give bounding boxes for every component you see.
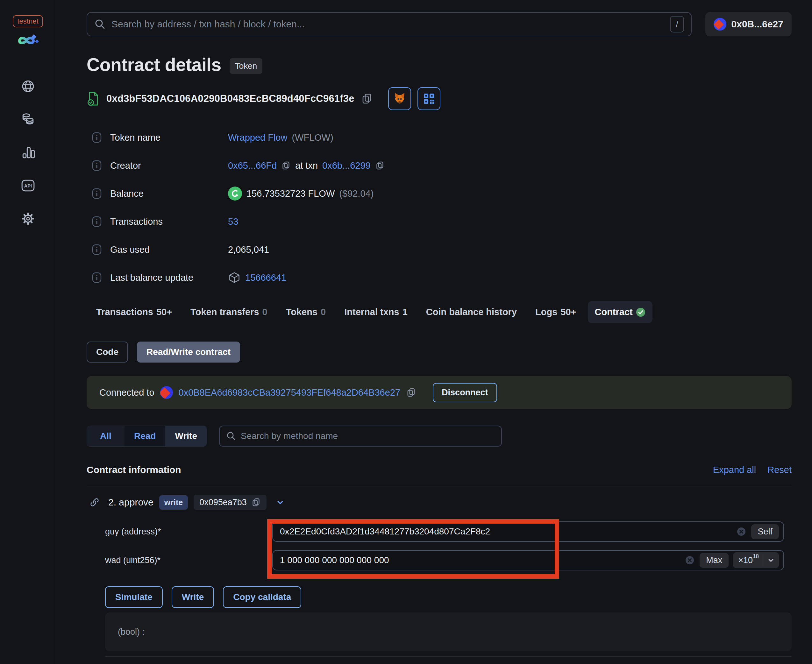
qr-code-button[interactable] <box>417 87 440 110</box>
copy-calldata-button[interactable]: Copy calldata <box>223 586 301 608</box>
sidebar-nav: API <box>21 79 35 244</box>
connected-to-text: Connected to <box>99 387 155 398</box>
gear-icon[interactable] <box>21 212 35 226</box>
contract-subtabs: Code Read/Write contract <box>86 342 792 363</box>
tab-token-transfers[interactable]: Token transfers0 <box>183 301 274 323</box>
coins-icon[interactable] <box>21 112 35 127</box>
title-row: Contract details Token <box>86 54 792 75</box>
creation-txn-link[interactable]: 0x6b...6299 <box>322 160 371 171</box>
gas-used-label: Gas used <box>110 244 228 255</box>
reset-link[interactable]: Reset <box>767 465 792 475</box>
wallet-button[interactable]: 0x0B...6e27 <box>705 12 792 36</box>
method-selector-badge: 0x095ea7b3 <box>194 495 267 510</box>
connected-address-link[interactable]: 0x0B8EA6d6983cCBa39275493FEf648a2D64B36e… <box>179 387 401 398</box>
keyboard-shortcut-hint: / <box>670 16 684 33</box>
info-row-creator: Creator 0x65...66Fd at txn 0x6b...6299 <box>86 158 792 173</box>
chevron-down-icon[interactable] <box>767 556 775 565</box>
method-filter-row: All Read Write <box>86 426 792 447</box>
token-symbol: (WFLOW) <box>292 132 333 143</box>
add-to-metamask-button[interactable] <box>388 87 411 110</box>
tab-internal-txns[interactable]: Internal txns1 <box>337 301 414 323</box>
method-type-segmented-control: All Read Write <box>86 426 207 447</box>
tab-logs[interactable]: Logs50+ <box>528 301 583 323</box>
globe-icon[interactable] <box>21 79 35 94</box>
filter-all[interactable]: All <box>87 426 124 446</box>
creator-address-link[interactable]: 0x65...66Fd <box>228 160 277 171</box>
write-button[interactable]: Write <box>172 586 214 608</box>
token-type-badge: Token <box>230 58 263 74</box>
info-row-transactions: Transactions 53 <box>86 214 792 229</box>
disconnect-button[interactable]: Disconnect <box>433 383 497 402</box>
transactions-count-link[interactable]: 53 <box>228 216 238 227</box>
copy-address-icon[interactable] <box>361 92 373 105</box>
last-update-block-link[interactable]: 15666641 <box>245 272 286 283</box>
copy-txn-icon[interactable] <box>375 160 385 171</box>
multiplier-exponent: 18 <box>753 553 759 559</box>
divider <box>763 555 763 566</box>
wad-field-label: wad (uint256)* <box>86 555 272 565</box>
page: testnet <box>0 0 812 664</box>
tab-coin-balance-history[interactable]: Coin balance history <box>419 301 524 323</box>
wallet-avatar <box>714 18 726 31</box>
network-badge: testnet <box>13 15 43 28</box>
section-divider <box>86 486 792 487</box>
info-icon <box>91 244 103 255</box>
method-search-input[interactable] <box>241 431 495 441</box>
gas-used-value: 2,065,041 <box>228 244 269 255</box>
balance-usd: ($92.04) <box>339 189 373 199</box>
global-search[interactable]: / <box>86 12 691 36</box>
topbar: / 0x0B...6e27 <box>86 12 792 36</box>
simulate-button[interactable]: Simulate <box>105 586 163 608</box>
metamask-fox-icon <box>393 92 406 105</box>
app-logo[interactable] <box>16 32 41 52</box>
filter-read[interactable]: Read <box>124 426 165 446</box>
info-icon <box>91 160 103 171</box>
token-name-label: Token name <box>110 132 228 143</box>
wallet-address: 0x0B...6e27 <box>731 19 783 29</box>
last-balance-update-label: Last balance update <box>110 272 228 283</box>
info-icon <box>91 188 103 199</box>
verified-contract-icon <box>86 91 100 106</box>
wad-field-box: Max ×1018 <box>272 550 784 570</box>
clear-input-icon[interactable] <box>736 526 747 537</box>
chevron-down-icon[interactable] <box>276 498 285 507</box>
max-button[interactable]: Max <box>699 553 729 568</box>
method-write-badge: write <box>159 495 188 509</box>
tab-read-write-contract[interactable]: Read/Write contract <box>137 342 240 363</box>
tab-contract[interactable]: Contract <box>588 301 652 323</box>
info-row-last-balance-update: Last balance update 15666641 <box>86 270 792 285</box>
multiplier-dropdown[interactable]: ×1018 <box>733 552 779 568</box>
filter-write[interactable]: Write <box>165 426 207 446</box>
tab-code[interactable]: Code <box>86 342 128 363</box>
tab-transactions[interactable]: Transactions50+ <box>89 301 179 323</box>
clear-input-icon[interactable] <box>684 555 695 566</box>
expand-all-link[interactable]: Expand all <box>713 465 756 475</box>
info-icon <box>91 272 103 283</box>
tab-tokens[interactable]: Tokens0 <box>279 301 333 323</box>
copy-selector-icon[interactable] <box>251 497 261 508</box>
self-button[interactable]: Self <box>751 524 779 539</box>
flow-token-icon <box>228 187 242 200</box>
page-title: Contract details <box>86 54 221 75</box>
copy-creator-icon[interactable] <box>281 160 291 171</box>
search-icon <box>94 18 106 30</box>
bar-chart-icon[interactable] <box>21 145 35 160</box>
balance-label: Balance <box>110 189 228 199</box>
wad-amount-input[interactable] <box>280 555 680 565</box>
connected-banner: Connected to 0x0B8EA6d6983cCBa39275493FE… <box>86 376 792 409</box>
copy-connected-address-icon[interactable] <box>406 387 416 398</box>
guy-address-input[interactable] <box>280 526 731 537</box>
svg-text:API: API <box>24 184 31 189</box>
method-name: 2. approve <box>108 497 153 508</box>
guy-field-box: Self <box>272 521 784 542</box>
creator-label: Creator <box>110 160 228 171</box>
contract-info-list: Token name Wrapped Flow (WFLOW) Creator … <box>86 130 792 285</box>
token-name-link[interactable]: Wrapped Flow <box>228 132 287 143</box>
contract-address-row: 0xd3bF53DAC106A0290B0483EcBC89d40FcC961f… <box>86 87 792 110</box>
method-search[interactable] <box>219 426 502 447</box>
link-anchor-icon[interactable] <box>88 496 101 508</box>
search-input[interactable] <box>111 19 664 29</box>
tab-bar: Transactions50+ Token transfers0 Tokens0… <box>89 301 792 323</box>
api-icon[interactable]: API <box>21 178 35 193</box>
method-approve-header[interactable]: 2. approve write 0x095ea7b3 <box>86 495 792 510</box>
